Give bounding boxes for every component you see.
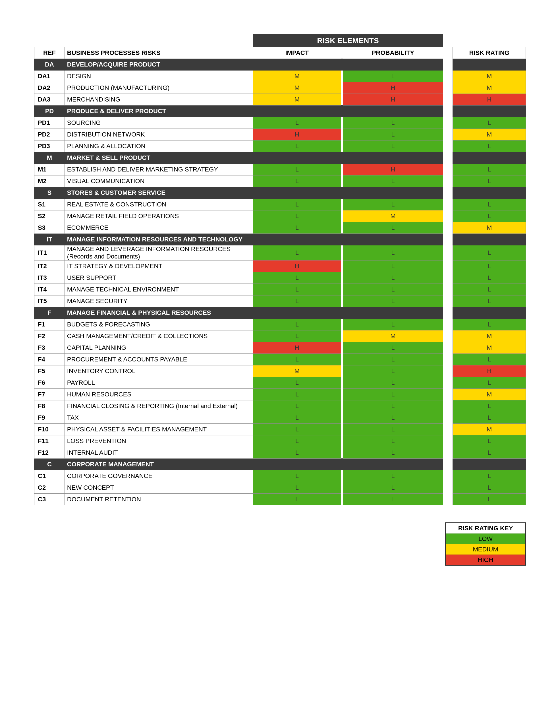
- row-impact: H: [253, 260, 341, 272]
- row-ref: F9: [34, 412, 65, 424]
- row-rating: L: [453, 494, 526, 505]
- row-probability: L: [343, 140, 443, 152]
- row-desc: DISTRIBUTION NETWORK: [65, 129, 253, 140]
- row-probability: H: [343, 82, 443, 94]
- row-desc: MANAGE AND LEVERAGE INFORMATION RESOURCE…: [65, 245, 253, 260]
- row-probability: L: [343, 272, 443, 284]
- row-desc: INTERNAL AUDIT: [65, 447, 253, 459]
- category-name: MANAGE FINANCIAL & PHYSICAL RESOURCES: [65, 307, 253, 319]
- row-desc: IT STRATEGY & DEVELOPMENT: [65, 260, 253, 272]
- risk-row: IT5MANAGE SECURITYLLL: [34, 295, 526, 307]
- risk-row: S3ECOMMERCELLM: [34, 222, 526, 234]
- risk-row: F1BUDGETS & FORECASTINGLLL: [34, 319, 526, 330]
- category-code: PD: [34, 106, 65, 117]
- row-ref: C1: [34, 470, 65, 482]
- row-desc: FINANCIAL CLOSING & REPORTING (Internal …: [65, 400, 253, 412]
- row-rating: L: [453, 447, 526, 459]
- row-ref: DA1: [34, 71, 65, 82]
- row-ref: F3: [34, 342, 65, 354]
- row-probability: L: [343, 412, 443, 424]
- row-ref: M1: [34, 164, 65, 175]
- row-rating: L: [453, 284, 526, 295]
- row-ref: DA3: [34, 94, 65, 106]
- row-rating: L: [453, 412, 526, 424]
- row-desc: REAL ESTATE & CONSTRUCTION: [65, 199, 253, 210]
- category-name: CORPORATE MANAGEMENT: [65, 459, 253, 470]
- row-ref: F11: [34, 435, 65, 447]
- row-probability: L: [343, 470, 443, 482]
- row-ref: C2: [34, 482, 65, 494]
- risk-row: IT4MANAGE TECHNICAL ENVIRONMENTLLL: [34, 284, 526, 295]
- row-ref: S3: [34, 222, 65, 234]
- row-rating: L: [453, 319, 526, 330]
- row-desc: HUMAN RESOURCES: [65, 389, 253, 400]
- row-rating: L: [453, 482, 526, 494]
- row-impact: L: [253, 470, 341, 482]
- row-ref: F7: [34, 389, 65, 400]
- risk-row: IT1MANAGE AND LEVERAGE INFORMATION RESOU…: [34, 245, 526, 260]
- row-probability: L: [343, 365, 443, 377]
- legend-low: LOW: [446, 533, 525, 544]
- row-desc: NEW CONCEPT: [65, 482, 253, 494]
- row-desc: USER SUPPORT: [65, 272, 253, 284]
- category-row: MMARKET & SELL PRODUCT: [34, 152, 526, 164]
- row-probability: H: [343, 94, 443, 106]
- risk-row: S1REAL ESTATE & CONSTRUCTIONLLL: [34, 199, 526, 210]
- row-rating: L: [453, 245, 526, 260]
- risk-row: IT2IT STRATEGY & DEVELOPMENTHLL: [34, 260, 526, 272]
- category-row: CCORPORATE MANAGEMENT: [34, 459, 526, 470]
- row-impact: L: [253, 435, 341, 447]
- row-ref: F2: [34, 330, 65, 342]
- row-probability: L: [343, 71, 443, 82]
- row-rating: M: [453, 424, 526, 435]
- category-name: MANAGE INFORMATION RESOURCES AND TECHNOL…: [65, 234, 253, 245]
- row-desc: VISUAL COMMUNICATION: [65, 175, 253, 187]
- row-rating: L: [453, 377, 526, 389]
- row-rating: H: [453, 365, 526, 377]
- row-impact: L: [253, 199, 341, 210]
- header-ref: REF: [34, 47, 65, 59]
- risk-row: PD3PLANNING & ALLOCATIONLLL: [34, 140, 526, 152]
- row-impact: L: [253, 412, 341, 424]
- row-probability: L: [343, 424, 443, 435]
- row-ref: IT2: [34, 260, 65, 272]
- row-rating: M: [453, 71, 526, 82]
- row-rating: L: [453, 295, 526, 307]
- row-ref: F12: [34, 447, 65, 459]
- row-desc: CORPORATE GOVERNANCE: [65, 470, 253, 482]
- row-desc: ECOMMERCE: [65, 222, 253, 234]
- row-rating: L: [453, 354, 526, 365]
- row-desc: TAX: [65, 412, 253, 424]
- row-probability: H: [343, 164, 443, 175]
- row-probability: L: [343, 319, 443, 330]
- header-rating: RISK RATING: [453, 47, 526, 59]
- row-desc: PAYROLL: [65, 377, 253, 389]
- row-desc: MANAGE RETAIL FIELD OPERATIONS: [65, 210, 253, 222]
- row-desc: DOCUMENT RETENTION: [65, 494, 253, 505]
- row-impact: L: [253, 210, 341, 222]
- row-desc: CASH MANAGEMENT/CREDIT & COLLECTIONS: [65, 330, 253, 342]
- row-impact: L: [253, 222, 341, 234]
- row-rating: L: [453, 164, 526, 175]
- header-impact: IMPACT: [253, 47, 341, 59]
- row-desc: SOURCING: [65, 117, 253, 129]
- category-code: S: [34, 187, 65, 199]
- row-rating: L: [453, 470, 526, 482]
- legend-medium: MEDIUM: [446, 544, 525, 555]
- row-rating: M: [453, 389, 526, 400]
- row-desc: PRODUCTION (MANUFACTURING): [65, 82, 253, 94]
- row-probability: L: [343, 400, 443, 412]
- category-name: PRODUCE & DELIVER PRODUCT: [65, 106, 253, 117]
- row-ref: F5: [34, 365, 65, 377]
- category-row: PDPRODUCE & DELIVER PRODUCT: [34, 106, 526, 117]
- risk-row: F12INTERNAL AUDITLLL: [34, 447, 526, 459]
- row-ref: S2: [34, 210, 65, 222]
- row-probability: L: [343, 494, 443, 505]
- row-probability: L: [343, 129, 443, 140]
- category-code: IT: [34, 234, 65, 245]
- row-desc: DESIGN: [65, 71, 253, 82]
- category-code: DA: [34, 59, 65, 71]
- row-ref: F4: [34, 354, 65, 365]
- category-row: DADEVELOP/ACQUIRE PRODUCT: [34, 59, 526, 71]
- row-impact: L: [253, 447, 341, 459]
